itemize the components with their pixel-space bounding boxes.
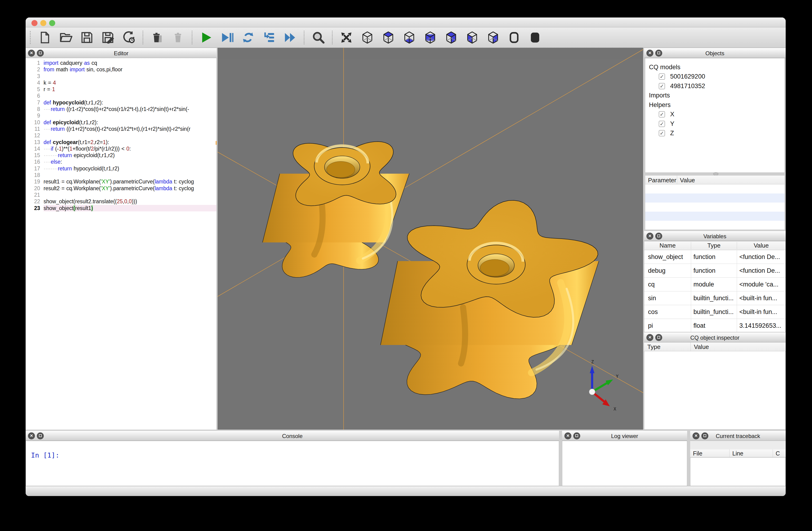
variable-row-pi[interactable]: pi float 3.141592653... bbox=[644, 319, 785, 332]
checkbox-checked[interactable]: ✓ bbox=[659, 73, 665, 80]
open-file-button[interactable] bbox=[58, 29, 74, 46]
code-line-21[interactable]: 21 bbox=[26, 192, 216, 198]
tree-item-x[interactable]: ✓X bbox=[659, 110, 675, 119]
tree-item-helpers[interactable]: Helpers bbox=[649, 100, 671, 110]
splitter-handle[interactable] bbox=[713, 172, 719, 176]
render-button[interactable] bbox=[199, 29, 214, 46]
cube-back-button[interactable] bbox=[444, 29, 459, 46]
title-bar[interactable] bbox=[26, 17, 786, 27]
search-button[interactable] bbox=[310, 29, 326, 46]
param-col-parameter[interactable]: Parameter bbox=[645, 176, 677, 184]
line-number: 2 bbox=[26, 66, 40, 73]
code-line-11[interactable]: 11····return·((r1+r2)*cos(t)-r2*cos(r1/r… bbox=[26, 126, 216, 132]
code-line-14[interactable]: 14····if·(-1)**(1+floor(t/2/pi*(r1/r2)))… bbox=[26, 145, 216, 152]
close-window-button[interactable] bbox=[31, 20, 38, 26]
inspector-col-type[interactable]: Type bbox=[644, 343, 691, 351]
code-line-6[interactable]: 6 bbox=[26, 93, 216, 99]
checkbox-checked[interactable]: ✓ bbox=[659, 111, 665, 117]
cube-left-button[interactable] bbox=[464, 29, 480, 46]
console-area[interactable]: In [1]: bbox=[26, 441, 559, 486]
maximize-window-button[interactable] bbox=[49, 20, 55, 26]
code-line-18[interactable]: 18 bbox=[26, 172, 216, 178]
cube-left-icon bbox=[465, 31, 479, 44]
line-number: 6 bbox=[26, 93, 40, 99]
cube-iso-button[interactable] bbox=[360, 29, 375, 46]
tree-item-imports[interactable]: Imports bbox=[649, 91, 670, 100]
code-line-1[interactable]: 1import·cadquery·as·cq bbox=[26, 60, 216, 66]
checkbox-checked[interactable]: ✓ bbox=[659, 83, 665, 89]
variable-type: builtin_functi... bbox=[691, 305, 737, 319]
tree-item-z[interactable]: ✓Z bbox=[659, 129, 674, 138]
variable-type: builtin_functi... bbox=[691, 291, 737, 305]
wireframe-button[interactable] bbox=[506, 29, 522, 46]
log-viewer-area[interactable] bbox=[562, 441, 687, 486]
variables-col-type[interactable]: Type bbox=[691, 242, 737, 249]
save-as-button[interactable] bbox=[100, 29, 116, 46]
code-line-12[interactable]: 12 bbox=[26, 132, 216, 139]
code-line-4[interactable]: 4k·=·4 bbox=[26, 80, 216, 86]
tree-item-y[interactable]: ✓Y bbox=[659, 119, 675, 128]
code-line-17[interactable]: 17········return·hypocycloid(t,r1,r2) bbox=[26, 165, 216, 172]
code-editor[interactable]: 1import·cadquery·as·cq2from·math·import·… bbox=[26, 58, 217, 430]
code-line-5[interactable]: 5r·=·1 bbox=[26, 86, 216, 93]
step-in-button[interactable] bbox=[261, 29, 277, 46]
delete-current-button[interactable] bbox=[149, 29, 165, 46]
line-number: 23 bbox=[26, 205, 40, 211]
code-line-13[interactable]: 13def·cyclogear(t,r1=2,r2=1): bbox=[26, 139, 216, 145]
traceback-col-file[interactable]: File bbox=[690, 449, 729, 457]
reload-button[interactable] bbox=[121, 29, 136, 46]
code-line-9[interactable]: 9 bbox=[26, 112, 216, 119]
variable-value: 3.141592653... bbox=[737, 319, 785, 332]
variable-row-cos[interactable]: cos builtin_functi... <built-in fun... bbox=[644, 305, 785, 319]
line-number: 10 bbox=[26, 119, 40, 126]
variables-dock-header: ✕ Variables bbox=[644, 231, 786, 241]
code-line-19[interactable]: 19result1·=·cq.Workplane('XY').parametri… bbox=[26, 178, 216, 185]
code-line-2[interactable]: 2from·math·import·sin,·cos,pi,floor bbox=[26, 66, 216, 73]
traceback-col-code[interactable]: C bbox=[773, 449, 786, 457]
variable-row-sin[interactable]: sin builtin_functi... <built-in fun... bbox=[644, 291, 785, 305]
variable-row-show_object[interactable]: show_object function <function De... bbox=[644, 250, 785, 264]
variable-row-cq[interactable]: cq module <module 'ca... bbox=[644, 278, 785, 291]
traceback-col-line[interactable]: Line bbox=[729, 449, 773, 457]
delete-all-button[interactable] bbox=[170, 29, 186, 46]
step-button[interactable] bbox=[241, 29, 256, 46]
cube-right-button[interactable] bbox=[485, 29, 501, 46]
checkbox-checked[interactable]: ✓ bbox=[659, 130, 665, 136]
new-file-button[interactable] bbox=[37, 29, 53, 46]
code-line-7[interactable]: 7def·hypocycloid(t,r1,r2): bbox=[26, 99, 216, 106]
tree-item-cq-models[interactable]: CQ models bbox=[649, 62, 680, 72]
variables-col-value[interactable]: Value bbox=[737, 242, 785, 249]
viewport-3d[interactable]: Z Y X bbox=[218, 48, 643, 430]
tree-item-label: 4981710352 bbox=[670, 83, 705, 90]
inspector-col-value[interactable]: Value bbox=[691, 343, 786, 351]
code-line-23[interactable]: 23show_object(result1) bbox=[26, 205, 216, 211]
checkbox-checked[interactable]: ✓ bbox=[659, 121, 665, 127]
tree-item-5001629200[interactable]: ✓5001629200 bbox=[659, 72, 705, 81]
save-button[interactable] bbox=[79, 29, 95, 46]
code-line-10[interactable]: 10def·epicycloid(t,r1,r2): bbox=[26, 119, 216, 126]
continue-icon bbox=[283, 31, 297, 44]
cube-front-button[interactable] bbox=[422, 29, 438, 46]
cube-top-button[interactable] bbox=[381, 29, 396, 46]
variables-col-name[interactable]: Name bbox=[644, 242, 691, 249]
gear-4-lobe[interactable] bbox=[262, 141, 409, 277]
variables-table[interactable]: Name Type Value show_object function <fu… bbox=[644, 241, 786, 332]
code-line-20[interactable]: 20result2·=·cq.Workplane('XY').parametri… bbox=[26, 185, 216, 192]
code-line-15[interactable]: 15········return·epicycloid(t,r1,r2) bbox=[26, 152, 216, 158]
shaded-button[interactable] bbox=[527, 29, 543, 46]
variable-row-debug[interactable]: debug function <function De... bbox=[644, 264, 785, 278]
code-line-16[interactable]: 16····else: bbox=[26, 158, 216, 165]
code-line-3[interactable]: 3 bbox=[26, 73, 216, 80]
cube-bottom-button[interactable] bbox=[402, 29, 417, 46]
debug-button[interactable] bbox=[219, 29, 235, 46]
minimize-window-button[interactable] bbox=[40, 20, 46, 26]
toolbar-drag-handle[interactable] bbox=[30, 31, 31, 44]
objects-tree[interactable]: CQ models✓5001629200✓4981710352ImportsHe… bbox=[645, 58, 785, 173]
gear-5-lobe[interactable] bbox=[381, 200, 599, 399]
code-line-8[interactable]: 8····return·((r1-r2)*cos(t)+r2*cos(r1/r2… bbox=[26, 106, 216, 112]
code-line-22[interactable]: 22show_object(result2.translate((25,0,0)… bbox=[26, 198, 216, 205]
continue-button[interactable] bbox=[282, 29, 298, 46]
param-col-value[interactable]: Value bbox=[677, 176, 784, 184]
fit-view-button[interactable] bbox=[339, 29, 354, 46]
tree-item-4981710352[interactable]: ✓4981710352 bbox=[659, 81, 705, 91]
